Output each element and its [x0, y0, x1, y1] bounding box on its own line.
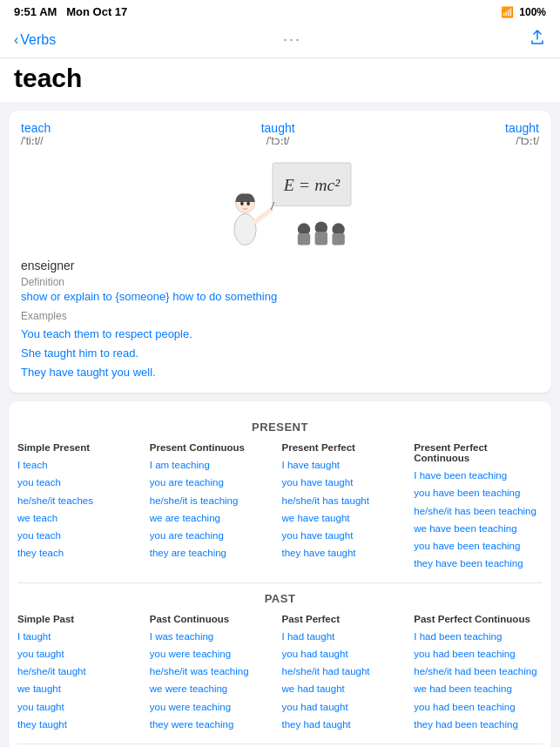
- simple-past-col: Simple Past I taught you taught he/she/i…: [17, 614, 146, 733]
- svg-point-2: [233, 214, 255, 246]
- back-button[interactable]: ‹ Verbs: [14, 32, 56, 48]
- battery-icon: 100%: [519, 6, 546, 18]
- word-form-base: teach /'tiːt//: [21, 121, 51, 147]
- page-title-section: teach: [0, 58, 560, 102]
- definition-text: show or explain to {someone} how to do s…: [21, 290, 539, 303]
- wifi-icon: 📶: [501, 6, 514, 18]
- illustration: E = mc²: [21, 154, 539, 250]
- chevron-left-icon: ‹: [14, 32, 18, 48]
- simple-present-col: Simple Present I teach you teach he/she/…: [17, 442, 146, 572]
- svg-rect-12: [314, 232, 327, 245]
- conjugation-section: PRESENT Simple Present I teach you teach…: [9, 401, 551, 747]
- present-perfect-col: Present Perfect I have taught you have t…: [282, 442, 411, 572]
- svg-rect-11: [297, 233, 309, 246]
- svg-rect-13: [332, 233, 344, 246]
- past-grid: Simple Past I taught you taught he/she/i…: [17, 614, 543, 733]
- word-forms-row: teach /'tiːt// taught /'tɔːt/ taught /'t…: [21, 121, 539, 147]
- present-grid: Simple Present I teach you teach he/she/…: [17, 442, 543, 572]
- status-time: 9:51 AM Mon Oct 17: [14, 5, 127, 18]
- present-title: PRESENT: [17, 421, 543, 434]
- examples-label: Examples: [21, 310, 539, 322]
- examples: You teach them to respect people. She ta…: [21, 325, 539, 382]
- nav-bar: ‹ Verbs ···: [0, 24, 560, 58]
- divider-1: [17, 582, 543, 583]
- past-continuous-col: Past Continuous I was teaching you were …: [150, 614, 279, 733]
- past-title: PAST: [17, 592, 543, 605]
- divider-2: [17, 744, 543, 744]
- svg-line-6: [255, 210, 271, 222]
- back-label: Verbs: [20, 32, 56, 48]
- status-icons: 📶 100%: [501, 6, 546, 18]
- present-perfect-continuous-col: Present Perfect Continuous I have been t…: [414, 442, 543, 572]
- svg-point-4: [240, 202, 244, 206]
- more-button[interactable]: ···: [283, 30, 301, 49]
- past-perfect-continuous-col: Past Perfect Continuous I had been teach…: [414, 614, 543, 733]
- word-card: teach /'tiːt// taught /'tɔːt/ taught /'t…: [9, 111, 551, 393]
- svg-point-5: [246, 202, 250, 206]
- past-perfect-col: Past Perfect I had taught you had taught…: [282, 614, 411, 733]
- native-word: enseigner: [21, 259, 539, 273]
- present-continuous-col: Present Continuous I am teaching you are…: [150, 442, 279, 572]
- definition-label: Definition: [21, 276, 539, 288]
- word-form-past: taught /'tɔːt/: [261, 121, 295, 147]
- word-form-pp: taught /'tɔːt/: [505, 121, 539, 147]
- status-bar: 9:51 AM Mon Oct 17 📶 100%: [0, 0, 560, 24]
- page-title: teach: [14, 64, 546, 93]
- share-button[interactable]: [529, 29, 546, 50]
- svg-text:E = mc²: E = mc²: [282, 175, 340, 194]
